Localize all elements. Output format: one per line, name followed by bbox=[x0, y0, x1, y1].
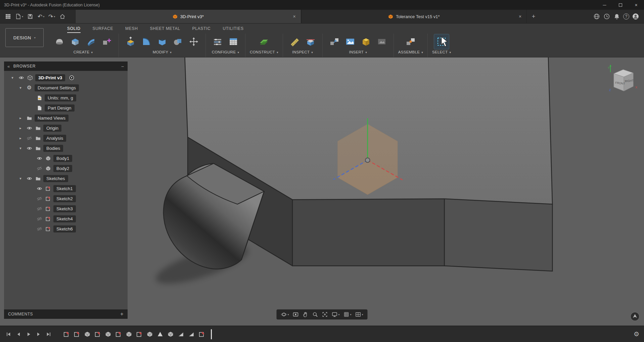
tree-row-sketch1[interactable]: Sketch1 bbox=[4, 183, 128, 194]
tree-row-sketch4[interactable]: Sketch4 bbox=[4, 214, 128, 224]
notifications-button[interactable] bbox=[613, 13, 620, 20]
visibility-eye-off-icon[interactable] bbox=[35, 166, 44, 171]
visibility-eye-icon[interactable] bbox=[25, 125, 34, 131]
chevron-down-icon[interactable]: ▾ bbox=[16, 176, 25, 181]
document-tab-tolerance-test[interactable]: Tolerance Test v15 v1* × bbox=[301, 10, 527, 23]
view-cube[interactable]: Y FRONT RIGHT Z X bbox=[604, 63, 641, 100]
visibility-eye-off-icon[interactable] bbox=[35, 216, 44, 222]
visibility-eye-icon[interactable] bbox=[35, 156, 44, 161]
visibility-eye-off-icon[interactable] bbox=[35, 196, 44, 202]
tree-row-sketches[interactable]: ▾ Sketches bbox=[4, 173, 128, 183]
tree-row-named-views[interactable]: ▸ Named Views bbox=[4, 113, 128, 123]
tree-item-label[interactable]: Sketches bbox=[43, 175, 68, 182]
extrude-tool-button[interactable] bbox=[68, 34, 83, 49]
visibility-eye-icon[interactable] bbox=[25, 176, 34, 181]
group-assemble-label[interactable]: ASSEMBLE bbox=[398, 50, 423, 54]
group-configure-label[interactable]: CONFIGURE bbox=[212, 50, 239, 54]
chevron-right-icon[interactable]: ▸ bbox=[16, 136, 25, 140]
look-at-button[interactable] bbox=[291, 309, 300, 319]
joint-tool-button[interactable] bbox=[403, 34, 418, 49]
tree-item-label[interactable]: Sketch2 bbox=[53, 195, 76, 202]
combine-tool-button[interactable] bbox=[171, 34, 185, 49]
timeline-settings-gear-icon[interactable]: ⚙ bbox=[634, 331, 639, 337]
chevron-down-icon[interactable]: ▾ bbox=[8, 76, 17, 80]
canvas-tool-button[interactable] bbox=[374, 34, 389, 49]
timeline-sketch-icon[interactable] bbox=[135, 330, 143, 338]
undo-button[interactable]: ↶▾ bbox=[36, 11, 46, 22]
close-tab-icon[interactable]: × bbox=[291, 14, 297, 19]
tree-item-label[interactable]: Origin bbox=[43, 125, 61, 132]
close-tab-icon[interactable]: × bbox=[517, 14, 523, 19]
visibility-eye-off-icon[interactable] bbox=[35, 226, 44, 232]
group-inspect-label[interactable]: INSPECT bbox=[292, 50, 313, 54]
minimize-panel-icon[interactable]: − bbox=[121, 63, 124, 69]
configuration-table-tool-button[interactable] bbox=[226, 34, 241, 49]
file-menu-button[interactable]: ▾ bbox=[14, 11, 24, 22]
tab-surface[interactable]: SURFACE bbox=[93, 24, 113, 33]
tree-item-label[interactable]: Document Settings bbox=[35, 84, 79, 91]
tree-item-label[interactable]: Analysis bbox=[43, 135, 66, 142]
timeline-revolve-icon[interactable] bbox=[156, 330, 164, 338]
insert-derive-tool-button[interactable] bbox=[327, 34, 342, 49]
chevron-down-icon[interactable]: ▾ bbox=[16, 86, 25, 90]
tree-row-document-settings[interactable]: ▾ ⚙ Document Settings bbox=[4, 83, 128, 93]
tree-row-units[interactable]: Units: mm, g bbox=[4, 93, 128, 103]
comments-bar[interactable]: COMMENTS + bbox=[4, 309, 128, 319]
chevron-right-icon[interactable]: ▸ bbox=[16, 116, 25, 120]
play-button[interactable] bbox=[25, 331, 32, 338]
timeline-extrude-icon[interactable] bbox=[83, 330, 91, 338]
timeline-chamfer-icon[interactable] bbox=[177, 330, 185, 338]
display-settings-button[interactable]: ▾ bbox=[330, 309, 341, 319]
redo-button[interactable]: ↷▾ bbox=[47, 11, 56, 22]
step-back-button[interactable] bbox=[15, 331, 22, 338]
fit-button[interactable] bbox=[320, 309, 329, 319]
tree-item-label[interactable]: Body2 bbox=[53, 165, 72, 172]
group-select-label[interactable]: SELECT bbox=[432, 50, 451, 54]
group-create-label[interactable]: CREATE bbox=[74, 50, 93, 54]
timeline-extrude-icon[interactable] bbox=[167, 330, 175, 338]
tree-row-analysis[interactable]: ▸ Analysis bbox=[4, 133, 128, 143]
timeline-extrude-icon[interactable] bbox=[146, 330, 154, 338]
section-analysis-tool-button[interactable] bbox=[303, 34, 318, 49]
timeline-sketch-icon[interactable] bbox=[73, 330, 81, 338]
fillet-tool-button[interactable] bbox=[139, 34, 154, 49]
group-construct-label[interactable]: CONSTRUCT bbox=[250, 50, 278, 54]
tab-mesh[interactable]: MESH bbox=[125, 24, 138, 33]
timeline-extrude-icon[interactable] bbox=[125, 330, 133, 338]
save-button[interactable] bbox=[26, 11, 35, 22]
tree-item-label[interactable]: Part Design bbox=[45, 104, 75, 112]
tree-item-label[interactable]: Bodies bbox=[43, 145, 63, 152]
chevron-down-icon[interactable]: ▾ bbox=[16, 146, 25, 151]
timeline-sketch-icon[interactable] bbox=[94, 330, 102, 338]
tree-row-part-design[interactable]: Part Design bbox=[4, 103, 128, 113]
account-avatar[interactable] bbox=[632, 13, 639, 20]
activate-component-icon[interactable] bbox=[67, 75, 76, 81]
tree-item-label[interactable]: Named Views bbox=[35, 115, 68, 122]
go-to-end-button[interactable] bbox=[45, 331, 52, 338]
timeline-position-marker[interactable] bbox=[211, 329, 212, 339]
press-pull-tool-button[interactable] bbox=[123, 34, 138, 49]
tree-row-sketch6[interactable]: Sketch6 bbox=[4, 224, 128, 234]
job-status-button[interactable] bbox=[603, 13, 610, 20]
orbit-button[interactable]: ▾ bbox=[279, 309, 290, 319]
pan-button[interactable] bbox=[301, 309, 310, 319]
tree-item-label[interactable]: 3D-Print v3 bbox=[35, 74, 65, 81]
tree-item-label[interactable]: Sketch6 bbox=[53, 225, 76, 232]
extensions-button[interactable] bbox=[593, 13, 600, 20]
tab-utilities[interactable]: UTILITIES bbox=[223, 24, 243, 33]
tree-row-origin[interactable]: ▸ Origin bbox=[4, 123, 128, 133]
group-insert-label[interactable]: INSERT bbox=[349, 50, 367, 54]
loft-tool-button[interactable] bbox=[84, 34, 98, 49]
visibility-eye-icon[interactable] bbox=[25, 145, 34, 151]
configure-tool-button[interactable] bbox=[210, 34, 225, 49]
grid-and-snaps-button[interactable]: ▾ bbox=[342, 309, 353, 319]
app-grid-button[interactable] bbox=[3, 11, 13, 22]
tab-sheet-metal[interactable]: SHEET METAL bbox=[150, 24, 180, 33]
visibility-eye-off-icon[interactable] bbox=[35, 206, 44, 212]
step-forward-button[interactable] bbox=[35, 331, 42, 338]
workspace-selector[interactable]: DESIGN ▾ bbox=[5, 28, 44, 47]
maximize-window-button[interactable] bbox=[612, 0, 628, 10]
tree-row-body1[interactable]: Body1 bbox=[4, 153, 128, 163]
select-tool-button[interactable] bbox=[434, 34, 449, 49]
tree-item-label[interactable]: Units: mm, g bbox=[45, 94, 76, 101]
